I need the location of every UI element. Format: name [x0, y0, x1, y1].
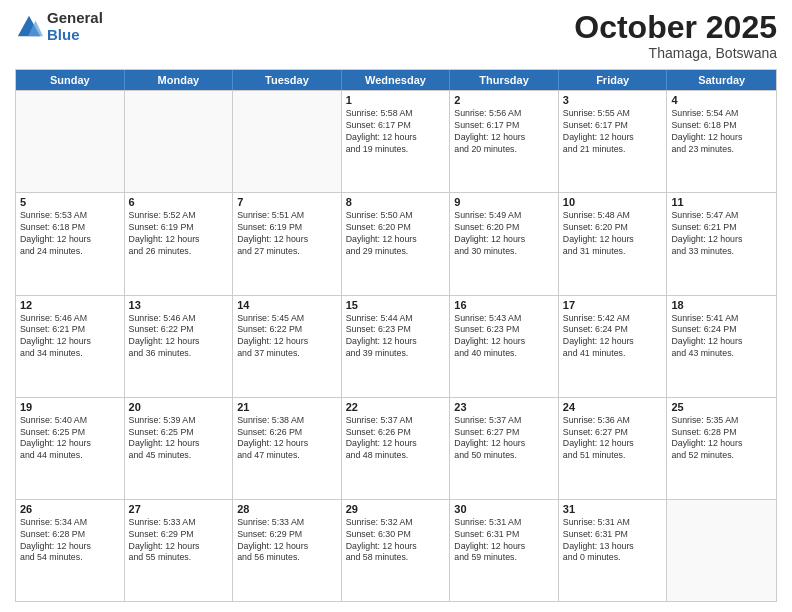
- calendar-day: 26Sunrise: 5:34 AM Sunset: 6:28 PM Dayli…: [16, 500, 125, 601]
- calendar-day: 21Sunrise: 5:38 AM Sunset: 6:26 PM Dayli…: [233, 398, 342, 499]
- day-info: Sunrise: 5:37 AM Sunset: 6:26 PM Dayligh…: [346, 415, 446, 463]
- weekday-header: Saturday: [667, 70, 776, 90]
- logo-general: General: [47, 10, 103, 27]
- day-info: Sunrise: 5:43 AM Sunset: 6:23 PM Dayligh…: [454, 313, 554, 361]
- day-number: 9: [454, 196, 554, 208]
- calendar-day: 19Sunrise: 5:40 AM Sunset: 6:25 PM Dayli…: [16, 398, 125, 499]
- day-info: Sunrise: 5:36 AM Sunset: 6:27 PM Dayligh…: [563, 415, 663, 463]
- calendar-empty: [16, 91, 125, 192]
- day-number: 3: [563, 94, 663, 106]
- day-number: 4: [671, 94, 772, 106]
- location-subtitle: Thamaga, Botswana: [574, 45, 777, 61]
- day-number: 18: [671, 299, 772, 311]
- day-info: Sunrise: 5:44 AM Sunset: 6:23 PM Dayligh…: [346, 313, 446, 361]
- calendar-day: 2Sunrise: 5:56 AM Sunset: 6:17 PM Daylig…: [450, 91, 559, 192]
- weekday-header: Sunday: [16, 70, 125, 90]
- calendar-day: 3Sunrise: 5:55 AM Sunset: 6:17 PM Daylig…: [559, 91, 668, 192]
- day-info: Sunrise: 5:46 AM Sunset: 6:22 PM Dayligh…: [129, 313, 229, 361]
- day-info: Sunrise: 5:38 AM Sunset: 6:26 PM Dayligh…: [237, 415, 337, 463]
- header: General Blue October 2025 Thamaga, Botsw…: [15, 10, 777, 61]
- day-info: Sunrise: 5:34 AM Sunset: 6:28 PM Dayligh…: [20, 517, 120, 565]
- day-number: 26: [20, 503, 120, 515]
- calendar-day: 28Sunrise: 5:33 AM Sunset: 6:29 PM Dayli…: [233, 500, 342, 601]
- day-info: Sunrise: 5:31 AM Sunset: 6:31 PM Dayligh…: [563, 517, 663, 565]
- calendar-day: 17Sunrise: 5:42 AM Sunset: 6:24 PM Dayli…: [559, 296, 668, 397]
- calendar-day: 13Sunrise: 5:46 AM Sunset: 6:22 PM Dayli…: [125, 296, 234, 397]
- day-info: Sunrise: 5:55 AM Sunset: 6:17 PM Dayligh…: [563, 108, 663, 156]
- calendar-day: 31Sunrise: 5:31 AM Sunset: 6:31 PM Dayli…: [559, 500, 668, 601]
- calendar-empty: [667, 500, 776, 601]
- day-number: 11: [671, 196, 772, 208]
- day-info: Sunrise: 5:37 AM Sunset: 6:27 PM Dayligh…: [454, 415, 554, 463]
- day-number: 2: [454, 94, 554, 106]
- calendar-day: 30Sunrise: 5:31 AM Sunset: 6:31 PM Dayli…: [450, 500, 559, 601]
- calendar-day: 15Sunrise: 5:44 AM Sunset: 6:23 PM Dayli…: [342, 296, 451, 397]
- calendar-day: 11Sunrise: 5:47 AM Sunset: 6:21 PM Dayli…: [667, 193, 776, 294]
- day-number: 19: [20, 401, 120, 413]
- day-info: Sunrise: 5:42 AM Sunset: 6:24 PM Dayligh…: [563, 313, 663, 361]
- month-title: October 2025: [574, 10, 777, 45]
- day-info: Sunrise: 5:58 AM Sunset: 6:17 PM Dayligh…: [346, 108, 446, 156]
- day-number: 22: [346, 401, 446, 413]
- logo: General Blue: [15, 10, 103, 43]
- day-info: Sunrise: 5:46 AM Sunset: 6:21 PM Dayligh…: [20, 313, 120, 361]
- calendar-day: 20Sunrise: 5:39 AM Sunset: 6:25 PM Dayli…: [125, 398, 234, 499]
- day-info: Sunrise: 5:31 AM Sunset: 6:31 PM Dayligh…: [454, 517, 554, 565]
- day-info: Sunrise: 5:52 AM Sunset: 6:19 PM Dayligh…: [129, 210, 229, 258]
- day-number: 28: [237, 503, 337, 515]
- calendar-empty: [125, 91, 234, 192]
- day-info: Sunrise: 5:45 AM Sunset: 6:22 PM Dayligh…: [237, 313, 337, 361]
- calendar-row: 19Sunrise: 5:40 AM Sunset: 6:25 PM Dayli…: [16, 397, 776, 499]
- day-number: 7: [237, 196, 337, 208]
- weekday-header: Wednesday: [342, 70, 451, 90]
- calendar-day: 5Sunrise: 5:53 AM Sunset: 6:18 PM Daylig…: [16, 193, 125, 294]
- logo-text: General Blue: [47, 10, 103, 43]
- day-number: 8: [346, 196, 446, 208]
- day-info: Sunrise: 5:47 AM Sunset: 6:21 PM Dayligh…: [671, 210, 772, 258]
- day-number: 1: [346, 94, 446, 106]
- day-number: 5: [20, 196, 120, 208]
- calendar-day: 8Sunrise: 5:50 AM Sunset: 6:20 PM Daylig…: [342, 193, 451, 294]
- calendar-day: 14Sunrise: 5:45 AM Sunset: 6:22 PM Dayli…: [233, 296, 342, 397]
- day-info: Sunrise: 5:33 AM Sunset: 6:29 PM Dayligh…: [129, 517, 229, 565]
- calendar-body: 1Sunrise: 5:58 AM Sunset: 6:17 PM Daylig…: [16, 90, 776, 601]
- calendar-day: 27Sunrise: 5:33 AM Sunset: 6:29 PM Dayli…: [125, 500, 234, 601]
- calendar-day: 29Sunrise: 5:32 AM Sunset: 6:30 PM Dayli…: [342, 500, 451, 601]
- day-number: 13: [129, 299, 229, 311]
- calendar-row: 26Sunrise: 5:34 AM Sunset: 6:28 PM Dayli…: [16, 499, 776, 601]
- calendar-day: 7Sunrise: 5:51 AM Sunset: 6:19 PM Daylig…: [233, 193, 342, 294]
- calendar-day: 23Sunrise: 5:37 AM Sunset: 6:27 PM Dayli…: [450, 398, 559, 499]
- day-info: Sunrise: 5:40 AM Sunset: 6:25 PM Dayligh…: [20, 415, 120, 463]
- day-number: 31: [563, 503, 663, 515]
- day-info: Sunrise: 5:54 AM Sunset: 6:18 PM Dayligh…: [671, 108, 772, 156]
- weekday-header: Monday: [125, 70, 234, 90]
- day-info: Sunrise: 5:53 AM Sunset: 6:18 PM Dayligh…: [20, 210, 120, 258]
- calendar-day: 1Sunrise: 5:58 AM Sunset: 6:17 PM Daylig…: [342, 91, 451, 192]
- day-info: Sunrise: 5:56 AM Sunset: 6:17 PM Dayligh…: [454, 108, 554, 156]
- day-number: 23: [454, 401, 554, 413]
- day-info: Sunrise: 5:32 AM Sunset: 6:30 PM Dayligh…: [346, 517, 446, 565]
- calendar-day: 25Sunrise: 5:35 AM Sunset: 6:28 PM Dayli…: [667, 398, 776, 499]
- calendar: SundayMondayTuesdayWednesdayThursdayFrid…: [15, 69, 777, 602]
- calendar-header: SundayMondayTuesdayWednesdayThursdayFrid…: [16, 70, 776, 90]
- calendar-row: 12Sunrise: 5:46 AM Sunset: 6:21 PM Dayli…: [16, 295, 776, 397]
- day-info: Sunrise: 5:51 AM Sunset: 6:19 PM Dayligh…: [237, 210, 337, 258]
- calendar-day: 16Sunrise: 5:43 AM Sunset: 6:23 PM Dayli…: [450, 296, 559, 397]
- logo-blue: Blue: [47, 27, 103, 44]
- calendar-day: 24Sunrise: 5:36 AM Sunset: 6:27 PM Dayli…: [559, 398, 668, 499]
- calendar-day: 18Sunrise: 5:41 AM Sunset: 6:24 PM Dayli…: [667, 296, 776, 397]
- day-info: Sunrise: 5:49 AM Sunset: 6:20 PM Dayligh…: [454, 210, 554, 258]
- calendar-day: 4Sunrise: 5:54 AM Sunset: 6:18 PM Daylig…: [667, 91, 776, 192]
- calendar-row: 5Sunrise: 5:53 AM Sunset: 6:18 PM Daylig…: [16, 192, 776, 294]
- page: General Blue October 2025 Thamaga, Botsw…: [0, 0, 792, 612]
- day-number: 21: [237, 401, 337, 413]
- day-number: 24: [563, 401, 663, 413]
- calendar-day: 12Sunrise: 5:46 AM Sunset: 6:21 PM Dayli…: [16, 296, 125, 397]
- day-info: Sunrise: 5:48 AM Sunset: 6:20 PM Dayligh…: [563, 210, 663, 258]
- day-number: 27: [129, 503, 229, 515]
- day-info: Sunrise: 5:33 AM Sunset: 6:29 PM Dayligh…: [237, 517, 337, 565]
- calendar-day: 6Sunrise: 5:52 AM Sunset: 6:19 PM Daylig…: [125, 193, 234, 294]
- day-number: 20: [129, 401, 229, 413]
- calendar-empty: [233, 91, 342, 192]
- weekday-header: Friday: [559, 70, 668, 90]
